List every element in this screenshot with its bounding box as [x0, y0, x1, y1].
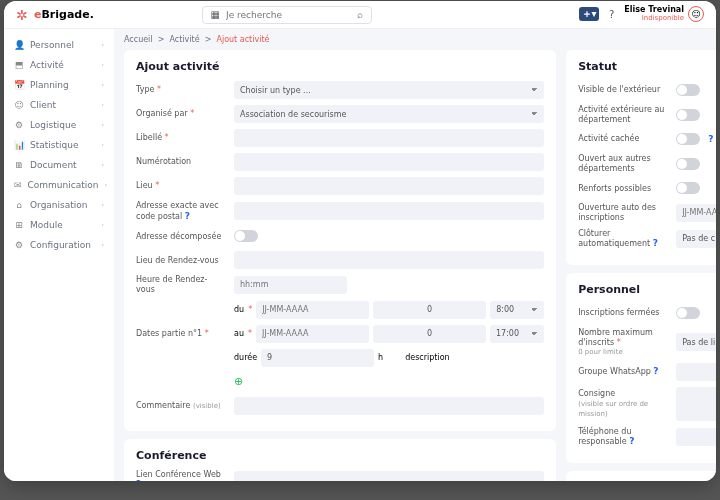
- add-date-icon[interactable]: ⊕: [234, 375, 243, 388]
- rdv-lieu-input[interactable]: [234, 251, 544, 269]
- sidebar: 👤Personnel› ⬒Activité› 📅Planning› ☺Clien…: [4, 29, 114, 481]
- activity-icon: ⬒: [14, 60, 24, 70]
- chevron-right-icon: ›: [101, 121, 104, 129]
- help-icon[interactable]: ?: [136, 479, 141, 481]
- renfort-toggle[interactable]: [676, 182, 700, 194]
- module-icon: ⊞: [14, 220, 24, 230]
- help-icon[interactable]: ?: [609, 9, 614, 20]
- help-icon[interactable]: ?: [708, 134, 713, 144]
- help-icon[interactable]: ?: [653, 238, 658, 248]
- logo[interactable]: ✲ eBrigade.: [16, 8, 94, 22]
- sidebar-item-client[interactable]: ☺Client›: [4, 95, 114, 115]
- whatsapp-input[interactable]: [676, 363, 716, 381]
- open-toggle[interactable]: [676, 158, 700, 170]
- day-to-input[interactable]: [373, 325, 486, 343]
- mail-icon: ✉: [14, 180, 22, 190]
- chevron-right-icon: ›: [101, 201, 104, 209]
- user-status: Indisponible: [624, 15, 684, 23]
- chevron-right-icon: ›: [101, 241, 104, 249]
- num-input[interactable]: [234, 153, 544, 171]
- topbar: ✲ eBrigade. ▦ ⌕ ＋▾ ? Elise Trevinal Indi…: [4, 1, 716, 29]
- card-conference: Conférence Lien Conférence Web ? Code Co…: [124, 439, 556, 481]
- avatar[interactable]: ☺: [688, 6, 704, 22]
- sidebar-item-logistique[interactable]: ⚙Logistique›: [4, 115, 114, 135]
- hidden-toggle[interactable]: [676, 133, 700, 145]
- card-organisateur: Organisateur Client... Non précisé ... N…: [566, 471, 716, 481]
- card-title: Ajout activité: [136, 60, 544, 73]
- date-from-input[interactable]: [256, 301, 369, 319]
- libelle-input[interactable]: [234, 129, 544, 147]
- card-statut: Statut Visible de l'extérieur Activité e…: [566, 50, 716, 265]
- chart-icon: 📊: [14, 140, 24, 150]
- card-title: Statut: [578, 60, 716, 73]
- day-from-input[interactable]: [373, 301, 486, 319]
- sidebar-item-statistique[interactable]: 📊Statistique›: [4, 135, 114, 155]
- card-title: Conférence: [136, 449, 544, 462]
- user-menu[interactable]: Elise Trevinal Indisponible ☺: [624, 6, 704, 22]
- sidebar-item-activite[interactable]: ⬒Activité›: [4, 55, 114, 75]
- gear-icon: ⚙: [14, 120, 24, 130]
- sidebar-item-personnel[interactable]: 👤Personnel›: [4, 35, 114, 55]
- sidebar-item-communication[interactable]: ✉Communication›: [4, 175, 114, 195]
- consigne-input[interactable]: [676, 387, 716, 421]
- help-icon[interactable]: ?: [185, 211, 190, 221]
- card-personnel: Personnel Inscriptions fermées Nombre ma…: [566, 273, 716, 463]
- time-to-select[interactable]: 17:00: [490, 325, 544, 343]
- sidebar-item-module[interactable]: ⊞Module›: [4, 215, 114, 235]
- logo-icon: ✲: [16, 8, 30, 22]
- sidebar-item-document[interactable]: 🗎Document›: [4, 155, 114, 175]
- calendar-icon: ▦: [211, 9, 220, 20]
- card-activity: Ajout activité Type *Choisir un type ...…: [124, 50, 556, 431]
- search-input[interactable]: [226, 10, 351, 20]
- sidebar-item-planning[interactable]: 📅Planning›: [4, 75, 114, 95]
- max-select[interactable]: Pas de limite: [676, 333, 716, 351]
- open-date-input[interactable]: [676, 204, 716, 222]
- search-box[interactable]: ▦ ⌕: [202, 6, 372, 24]
- chevron-right-icon: ›: [101, 41, 104, 49]
- chevron-right-icon: ›: [101, 81, 104, 89]
- org-icon: ⌂: [14, 200, 24, 210]
- chevron-right-icon: ›: [104, 181, 107, 189]
- addr-toggle[interactable]: [234, 230, 258, 242]
- conf-link-input[interactable]: [234, 471, 544, 481]
- add-button[interactable]: ＋▾: [579, 7, 599, 21]
- closed-toggle[interactable]: [676, 307, 700, 319]
- comment-input[interactable]: [234, 397, 544, 415]
- help-icon[interactable]: ?: [629, 436, 634, 446]
- lieu-input[interactable]: [234, 177, 544, 195]
- crumb-activity[interactable]: Activité: [169, 35, 199, 44]
- person-icon: 👤: [14, 40, 24, 50]
- ext-toggle[interactable]: [676, 109, 700, 121]
- addr-input[interactable]: [234, 202, 544, 220]
- chevron-right-icon: ›: [101, 101, 104, 109]
- time-from-select[interactable]: 8:00: [490, 301, 544, 319]
- org-select[interactable]: Association de secourisme: [234, 105, 544, 123]
- chevron-right-icon: ›: [101, 141, 104, 149]
- sidebar-item-organisation[interactable]: ⌂Organisation›: [4, 195, 114, 215]
- chevron-right-icon: ›: [101, 221, 104, 229]
- search-icon[interactable]: ⌕: [357, 9, 363, 20]
- date-to-input[interactable]: [256, 325, 369, 343]
- document-icon: 🗎: [14, 160, 24, 170]
- chevron-right-icon: ›: [101, 161, 104, 169]
- client-icon: ☺: [14, 100, 24, 110]
- duree-input[interactable]: [261, 349, 374, 367]
- cloture-select[interactable]: Pas de clôture automatique: [676, 230, 716, 248]
- tel-input[interactable]: [676, 428, 716, 446]
- sidebar-item-configuration[interactable]: ⚙Configuration›: [4, 235, 114, 255]
- type-select[interactable]: Choisir un type ...: [234, 81, 544, 99]
- config-icon: ⚙: [14, 240, 24, 250]
- card-title: Personnel: [578, 283, 716, 296]
- calendar-icon: 📅: [14, 80, 24, 90]
- chevron-right-icon: ›: [101, 61, 104, 69]
- help-icon[interactable]: ?: [653, 366, 658, 376]
- breadcrumb: Accueil > Activité > Ajout activité: [124, 35, 706, 44]
- crumb-current: Ajout activité: [216, 35, 269, 44]
- rdv-heure-input[interactable]: [234, 276, 347, 294]
- crumb-home[interactable]: Accueil: [124, 35, 153, 44]
- visible-toggle[interactable]: [676, 84, 700, 96]
